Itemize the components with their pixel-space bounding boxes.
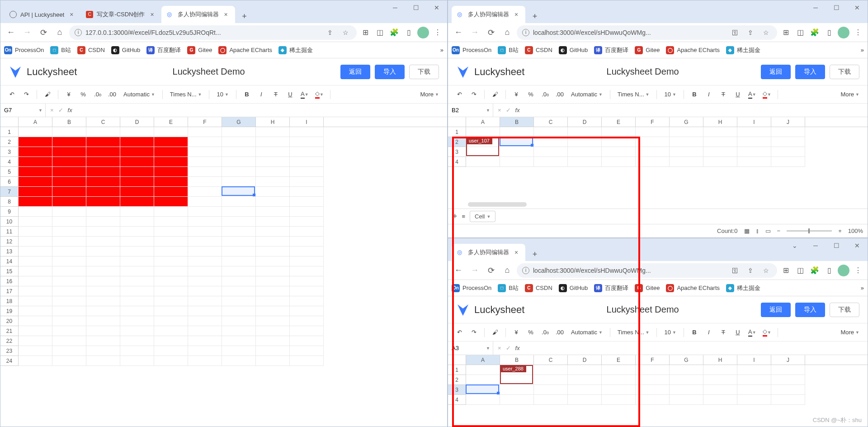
cell[interactable] (256, 256, 290, 266)
cell[interactable] (52, 346, 86, 356)
size-select[interactable]: 10 ▼ (661, 91, 679, 98)
cell[interactable] (466, 157, 500, 167)
bookmark-Apache ECharts[interactable]: ◯Apache ECharts (666, 284, 720, 292)
cell[interactable] (670, 395, 703, 405)
cell[interactable] (19, 167, 52, 177)
cell[interactable] (188, 227, 222, 237)
cell[interactable] (86, 127, 120, 137)
panel-icon[interactable]: ▯ (823, 27, 835, 38)
import-button[interactable]: 导入 (795, 65, 825, 79)
cell[interactable] (19, 187, 52, 197)
cell[interactable] (222, 316, 256, 326)
cell[interactable] (290, 276, 324, 286)
cell[interactable] (222, 286, 256, 296)
accept-icon[interactable]: ✓ (58, 107, 63, 114)
fill-color-button[interactable]: ◇ ▼ (761, 88, 773, 101)
close-icon[interactable]: × (149, 11, 156, 18)
cell[interactable] (256, 147, 290, 157)
download-button[interactable]: 下载 (830, 65, 859, 79)
cell[interactable] (256, 276, 290, 286)
cell[interactable] (154, 237, 188, 247)
cell[interactable] (154, 356, 188, 366)
cell[interactable] (19, 336, 52, 346)
cell[interactable] (188, 157, 222, 167)
site-info-icon[interactable]: i (522, 267, 529, 274)
cell[interactable] (188, 147, 222, 157)
row-header[interactable]: 2 (448, 375, 466, 385)
cell[interactable] (188, 306, 222, 316)
cell[interactable] (86, 167, 120, 177)
cell[interactable] (86, 346, 120, 356)
cell[interactable] (120, 276, 154, 286)
cell[interactable] (52, 137, 86, 147)
bookmark-GitHub[interactable]: ◐GitHub (559, 46, 588, 54)
cell[interactable] (670, 157, 703, 167)
cell[interactable] (568, 375, 602, 385)
forward-button[interactable]: → (468, 264, 481, 277)
cell[interactable] (52, 276, 86, 286)
cell[interactable] (154, 227, 188, 237)
cell[interactable] (52, 157, 86, 167)
cell[interactable] (703, 385, 737, 395)
cell[interactable] (188, 207, 222, 217)
undo-button[interactable]: ↶ (6, 88, 18, 101)
cell[interactable] (188, 296, 222, 306)
close-icon[interactable]: × (513, 11, 520, 18)
new-tab-button[interactable]: + (528, 9, 542, 23)
col-header[interactable]: J (771, 117, 805, 127)
cell[interactable] (154, 197, 188, 207)
back-button[interactable]: 返回 (761, 65, 791, 79)
cell[interactable] (290, 227, 324, 237)
col-header[interactable]: I (737, 117, 771, 127)
col-header[interactable]: G (670, 355, 703, 365)
url-input[interactable]: i localhost:3000/#/excel/sHDwwuQoWMg... … (517, 263, 777, 278)
cell[interactable] (120, 157, 154, 167)
panel-icon[interactable]: ▯ (823, 265, 835, 276)
extensions-icon[interactable]: 🧩 (809, 27, 821, 38)
cell[interactable] (602, 137, 636, 147)
cell[interactable] (602, 365, 636, 375)
row-header[interactable]: 23 (0, 346, 18, 356)
bookmarks-overflow[interactable]: » (861, 47, 864, 53)
spreadsheet[interactable]: ABCDEFGHI1234567891011121314151617181920… (0, 117, 447, 427)
cell[interactable] (188, 247, 222, 256)
percent-button[interactable]: % (525, 326, 537, 339)
translate-icon[interactable]: ⊞ (359, 27, 371, 38)
row-header[interactable]: 4 (448, 157, 466, 167)
italic-button[interactable]: I (255, 88, 267, 101)
cell[interactable] (154, 316, 188, 326)
text-color-button[interactable]: A ▼ (746, 88, 758, 101)
view-grid-icon[interactable]: ▦ (744, 228, 750, 234)
cell[interactable] (52, 237, 86, 247)
cell[interactable] (290, 237, 324, 247)
cell[interactable] (188, 346, 222, 356)
cell[interactable] (256, 237, 290, 247)
row-header[interactable]: 20 (0, 316, 18, 326)
cell[interactable] (636, 365, 670, 375)
profile-avatar[interactable] (838, 265, 849, 276)
cell[interactable] (52, 356, 86, 366)
cell[interactable] (256, 306, 290, 316)
cell[interactable] (771, 385, 805, 395)
cell[interactable] (534, 157, 568, 167)
row-header[interactable]: 24 (0, 356, 18, 366)
cell[interactable] (737, 385, 771, 395)
cell[interactable] (86, 207, 120, 217)
inc-decimal-button[interactable]: .00 (554, 88, 566, 101)
cell[interactable] (154, 177, 188, 187)
cell[interactable] (568, 137, 602, 147)
cell[interactable] (534, 127, 568, 137)
cell[interactable] (771, 137, 805, 147)
col-header[interactable]: I (737, 355, 771, 365)
cell[interactable] (52, 316, 86, 326)
cell[interactable] (86, 217, 120, 227)
bookmark-Apache ECharts[interactable]: ◯Apache ECharts (666, 46, 720, 54)
key-icon[interactable]: ⚿ (729, 27, 741, 38)
col-header[interactable]: D (568, 355, 602, 365)
cell[interactable] (290, 316, 324, 326)
cell[interactable] (19, 127, 52, 137)
cell[interactable] (703, 157, 737, 167)
cell[interactable] (703, 127, 737, 137)
text-color-button[interactable]: A ▼ (299, 88, 311, 101)
cell[interactable] (636, 395, 670, 405)
